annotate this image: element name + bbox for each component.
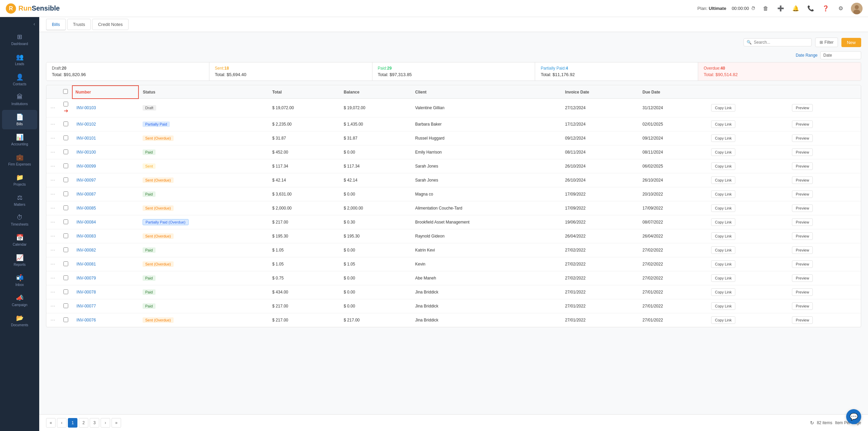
sidebar-item-bills[interactable]: 📄 Bills (2, 110, 37, 129)
row-menu[interactable]: ··· (46, 99, 59, 117)
copy-link-button[interactable]: Copy Link (711, 134, 735, 142)
search-input[interactable] (754, 40, 808, 45)
row-copy-link[interactable]: Copy Link (707, 99, 788, 117)
row-checkbox[interactable] (59, 257, 72, 271)
row-copy-link[interactable]: Copy Link (707, 145, 788, 159)
sidebar-item-contacts[interactable]: 👤 Contacts (2, 70, 37, 89)
copy-link-button[interactable]: Copy Link (711, 260, 735, 268)
row-select-checkbox[interactable] (63, 261, 68, 266)
row-preview[interactable]: Preview (788, 299, 861, 313)
add-icon[interactable]: ➕ (776, 4, 785, 13)
help-icon[interactable]: ❓ (821, 4, 830, 13)
avatar[interactable] (851, 3, 863, 14)
copy-link-button[interactable]: Copy Link (711, 218, 735, 226)
page-prev-button[interactable]: ‹ (57, 418, 67, 428)
row-checkbox[interactable] (59, 201, 72, 215)
sidebar-item-projects[interactable]: 📁 Projects (2, 170, 37, 190)
invoice-link[interactable]: INV-00081 (76, 262, 96, 267)
invoice-link[interactable]: INV-00077 (76, 304, 96, 308)
invoice-link[interactable]: INV-00100 (76, 150, 96, 155)
row-preview[interactable]: Preview (788, 159, 861, 173)
row-select-checkbox[interactable] (63, 177, 68, 182)
row-checkbox[interactable] (59, 215, 72, 229)
row-preview[interactable]: Preview (788, 285, 861, 299)
sidebar-item-campaign[interactable]: 📣 Campaign (2, 291, 37, 310)
refresh-icon[interactable]: ↻ (810, 420, 814, 426)
invoice-link[interactable]: INV-00078 (76, 290, 96, 294)
search-box[interactable]: 🔍 (744, 38, 812, 46)
row-menu[interactable]: ··· (46, 159, 59, 173)
copy-link-button[interactable]: Copy Link (711, 176, 735, 184)
invoice-link[interactable]: INV-00103 (76, 105, 96, 110)
copy-link-button[interactable]: Copy Link (711, 104, 735, 112)
preview-button[interactable]: Preview (792, 134, 813, 142)
row-select-checkbox[interactable] (63, 102, 68, 106)
preview-button[interactable]: Preview (792, 260, 813, 268)
row-select-checkbox[interactable] (63, 233, 68, 238)
row-preview[interactable]: Preview (788, 99, 861, 117)
settings-icon[interactable]: ⚙ (836, 4, 845, 13)
row-copy-link[interactable]: Copy Link (707, 243, 788, 257)
preview-button[interactable]: Preview (792, 190, 813, 198)
invoice-link[interactable]: INV-00082 (76, 248, 96, 253)
row-copy-link[interactable]: Copy Link (707, 159, 788, 173)
collapse-button[interactable]: ‹ (33, 21, 35, 27)
copy-link-button[interactable]: Copy Link (711, 316, 735, 324)
row-select-checkbox[interactable] (63, 121, 68, 126)
invoice-link[interactable]: INV-00083 (76, 234, 96, 239)
preview-button[interactable]: Preview (792, 176, 813, 184)
row-menu[interactable]: ··· (46, 215, 59, 229)
row-select-checkbox[interactable] (63, 289, 68, 294)
page-first-button[interactable]: « (46, 418, 56, 428)
invoice-link[interactable]: INV-00101 (76, 136, 96, 141)
row-checkbox[interactable] (59, 187, 72, 201)
row-checkbox[interactable] (59, 229, 72, 243)
preview-button[interactable]: Preview (792, 162, 813, 170)
invoice-link[interactable]: INV-00079 (76, 276, 96, 281)
row-preview[interactable]: Preview (788, 201, 861, 215)
sidebar-item-inbox[interactable]: 📬 Inbox (2, 271, 37, 290)
row-menu[interactable]: ··· (46, 313, 59, 327)
sidebar-item-leads[interactable]: 👥 Leads (2, 50, 37, 69)
row-checkbox[interactable] (59, 285, 72, 299)
select-all-checkbox[interactable] (63, 89, 68, 94)
sidebar-item-documents[interactable]: 📂 Documents (2, 311, 37, 330)
trash-icon[interactable]: 🗑 (761, 4, 770, 13)
copy-link-button[interactable]: Copy Link (711, 274, 735, 282)
row-menu[interactable]: ··· (46, 145, 59, 159)
date-select[interactable]: Date (820, 51, 861, 59)
row-preview[interactable]: Preview (788, 257, 861, 271)
new-button[interactable]: New (841, 38, 861, 47)
invoice-link[interactable]: INV-00087 (76, 192, 96, 197)
bell-icon[interactable]: 🔔 (791, 4, 800, 13)
row-preview[interactable]: Preview (788, 229, 861, 243)
sidebar-item-accounting[interactable]: 📊 Accounting (2, 130, 37, 149)
row-copy-link[interactable]: Copy Link (707, 271, 788, 285)
phone-icon[interactable]: 📞 (806, 4, 815, 13)
row-copy-link[interactable]: Copy Link (707, 173, 788, 187)
row-select-checkbox[interactable] (63, 303, 68, 308)
row-preview[interactable]: Preview (788, 117, 861, 131)
row-menu[interactable]: ··· (46, 285, 59, 299)
row-checkbox[interactable] (59, 313, 72, 327)
preview-button[interactable]: Preview (792, 204, 813, 212)
copy-link-button[interactable]: Copy Link (711, 232, 735, 240)
row-preview[interactable]: Preview (788, 173, 861, 187)
row-checkbox[interactable] (59, 131, 72, 145)
row-copy-link[interactable]: Copy Link (707, 117, 788, 131)
invoice-link[interactable]: INV-00102 (76, 122, 96, 127)
invoice-link[interactable]: INV-00099 (76, 164, 96, 169)
row-preview[interactable]: Preview (788, 215, 861, 229)
row-preview[interactable]: Preview (788, 131, 861, 145)
row-preview[interactable]: Preview (788, 243, 861, 257)
sidebar-item-calendar[interactable]: 📅 Calendar (2, 230, 37, 250)
preview-button[interactable]: Preview (792, 316, 813, 324)
page-next-button[interactable]: › (101, 418, 110, 428)
row-menu[interactable]: ··· (46, 243, 59, 257)
tab-credit-notes[interactable]: Credit Notes (92, 19, 128, 30)
sidebar-item-reports[interactable]: 📈 Reports (2, 250, 37, 270)
row-preview[interactable]: Preview (788, 145, 861, 159)
sidebar-item-matters[interactable]: ⚖ Matters (2, 190, 37, 210)
row-menu[interactable]: ··· (46, 271, 59, 285)
row-preview[interactable]: Preview (788, 187, 861, 201)
